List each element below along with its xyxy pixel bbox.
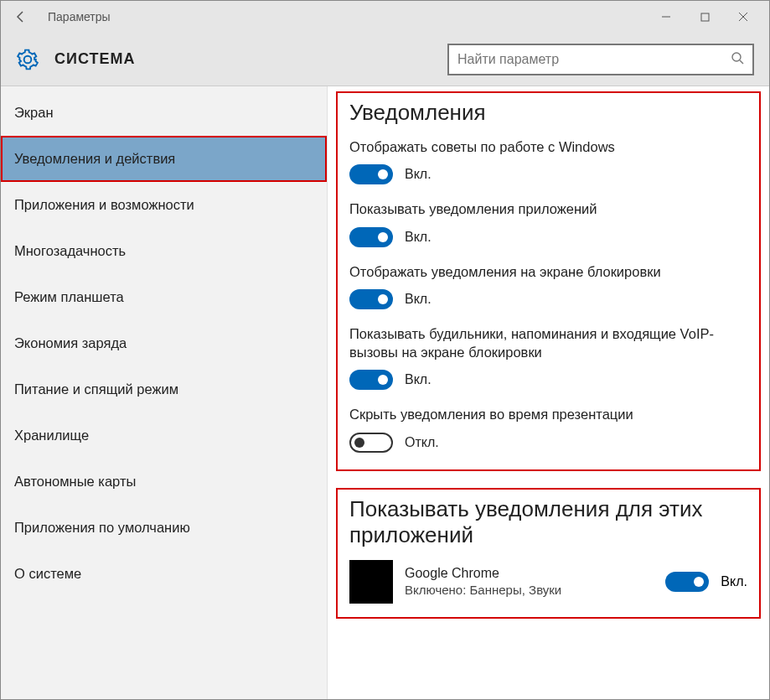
- sidebar-item-label: Приложения и возможности: [14, 197, 194, 212]
- app-meta: Google Chrome Включено: Баннеры, Звуки: [405, 566, 654, 597]
- svg-point-2: [732, 53, 741, 61]
- setting-label: Отображать советы по работе с Windows: [349, 137, 747, 156]
- sidebar-item-label: Хранилище: [14, 428, 89, 443]
- close-icon: [738, 12, 748, 22]
- minimize-button[interactable]: [647, 3, 685, 30]
- toggle-state: Вкл.: [721, 574, 747, 589]
- window-title: Параметры: [48, 10, 111, 23]
- toggle-state: Вкл.: [405, 372, 432, 387]
- svg-line-3: [740, 60, 743, 64]
- toggle-app-notifications[interactable]: [349, 227, 393, 247]
- gear-icon: [16, 48, 39, 71]
- notifications-title: Уведомления: [349, 100, 747, 126]
- sidebar-item-label: Режим планшета: [14, 289, 124, 304]
- minimize-icon: [661, 12, 671, 22]
- setting-label: Отображать уведомления на экране блокиро…: [349, 262, 747, 281]
- setting-hide-presentation: Скрыть уведомления во время презентации …: [349, 405, 747, 452]
- sidebar-item-storage[interactable]: Хранилище: [1, 412, 327, 459]
- toggle-state: Откл.: [405, 435, 439, 450]
- app-sub: Включено: Баннеры, Звуки: [405, 583, 654, 597]
- toggle-tips[interactable]: [349, 164, 393, 184]
- sidebar-item-default-apps[interactable]: Приложения по умолчанию: [1, 505, 327, 551]
- setting-label: Скрыть уведомления во время презентации: [349, 405, 747, 423]
- toggle-alarms-voip[interactable]: [349, 370, 393, 390]
- setting-label: Показывать будильники, напоминания и вхо…: [349, 324, 747, 362]
- toggle-state: Вкл.: [405, 292, 432, 307]
- sidebar-item-notifications[interactable]: Уведомления и действия: [1, 136, 327, 182]
- setting-alarms-voip: Показывать будильники, напоминания и вхо…: [349, 324, 747, 391]
- toggle-state: Вкл.: [405, 230, 432, 245]
- sidebar-item-label: О системе: [14, 566, 81, 581]
- sidebar-item-label: Экономия заряда: [14, 335, 127, 350]
- search-input[interactable]: [457, 52, 731, 67]
- sidebar-item-offline-maps[interactable]: Автономные карты: [1, 459, 327, 505]
- app-icon: [349, 560, 393, 604]
- sidebar-item-label: Питание и спящий режим: [14, 381, 178, 397]
- apps-title: Показывать уведомления для этих приложен…: [349, 496, 747, 548]
- page-heading: СИСТЕМА: [54, 50, 135, 68]
- toggle-hide-presentation[interactable]: [349, 433, 393, 453]
- setting-label: Показывать уведомления приложений: [349, 200, 747, 218]
- sidebar-item-label: Автономные карты: [14, 474, 136, 489]
- apps-panel: Показывать уведомления для этих приложен…: [336, 488, 761, 619]
- toggle-state: Вкл.: [405, 167, 432, 182]
- sidebar-item-apps-features[interactable]: Приложения и возможности: [1, 182, 327, 228]
- toggle-app-chrome[interactable]: [665, 572, 709, 592]
- sidebar-item-tablet-mode[interactable]: Режим планшета: [1, 274, 327, 320]
- sidebar-item-label: Многозадачность: [14, 243, 126, 258]
- app-name: Google Chrome: [405, 566, 654, 581]
- sidebar-item-label: Уведомления и действия: [14, 151, 175, 166]
- sidebar-item-about[interactable]: О системе: [1, 551, 327, 597]
- search-box[interactable]: [447, 44, 754, 75]
- sidebar-item-multitasking[interactable]: Многозадачность: [1, 228, 327, 274]
- toggle-lockscreen-notifications[interactable]: [349, 289, 393, 309]
- maximize-icon: [700, 13, 710, 22]
- content-area: Экран Уведомления и действия Приложения …: [1, 86, 769, 699]
- sidebar-item-power-sleep[interactable]: Питание и спящий режим: [1, 366, 327, 412]
- setting-app-notifications: Показывать уведомления приложений Вкл.: [349, 200, 747, 246]
- sidebar-item-display[interactable]: Экран: [1, 90, 327, 136]
- back-button[interactable]: [8, 3, 34, 30]
- app-row-chrome[interactable]: Google Chrome Включено: Баннеры, Звуки В…: [349, 560, 747, 604]
- sidebar-item-battery-saver[interactable]: Экономия заряда: [1, 320, 327, 366]
- search-icon: [731, 51, 744, 68]
- main-panel: Уведомления Отображать советы по работе …: [328, 86, 769, 699]
- sidebar: Экран Уведомления и действия Приложения …: [1, 86, 328, 699]
- close-button[interactable]: [724, 3, 762, 30]
- sidebar-item-label: Приложения по умолчанию: [14, 520, 190, 535]
- maximize-button[interactable]: [685, 3, 724, 30]
- svg-rect-1: [701, 13, 709, 21]
- setting-lockscreen-notifications: Отображать уведомления на экране блокиро…: [349, 262, 747, 309]
- notifications-panel: Уведомления Отображать советы по работе …: [336, 91, 761, 471]
- sidebar-item-label: Экран: [14, 105, 54, 120]
- arrow-left-icon: [14, 10, 28, 23]
- header-bar: СИСТЕМА: [1, 33, 769, 86]
- titlebar: Параметры: [1, 1, 769, 33]
- setting-tips: Отображать советы по работе с Windows Вк…: [349, 137, 747, 184]
